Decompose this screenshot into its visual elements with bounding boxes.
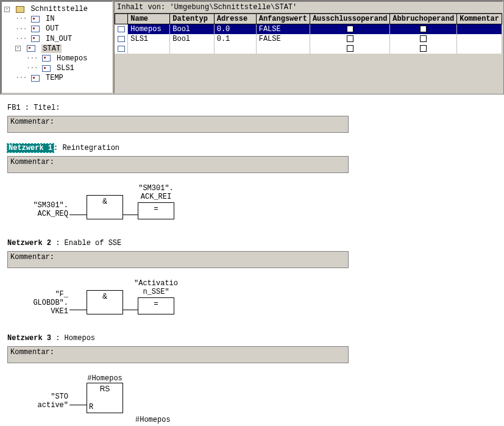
fbd-editor[interactable]: FB1 : Titel: Kommentar: Netzwerk 1: Rein…: [0, 94, 504, 426]
var-icon: [42, 65, 51, 72]
cell-addr[interactable]: 0.1: [214, 34, 256, 44]
abort-checkbox[interactable]: [420, 45, 427, 52]
wire: [69, 310, 87, 310]
network-label[interactable]: Netzwerk 2: [7, 239, 51, 247]
table-row[interactable]: SLS1 Bool 0.1 FALSE: [115, 34, 502, 44]
tree-out-label: OUT: [46, 24, 59, 33]
tree-stat-child[interactable]: ··· Homepos: [26, 54, 110, 63]
col-ausschluss[interactable]: Ausschlussoperand: [310, 14, 389, 24]
exclusion-checkbox[interactable]: [347, 45, 353, 52]
tree-homepos-label: Homepos: [57, 54, 87, 63]
tree-in-label: IN: [46, 15, 54, 23]
var-icon: [42, 55, 51, 62]
cell-comment[interactable]: [457, 24, 502, 35]
tree-out[interactable]: ··· OUT: [15, 24, 110, 34]
row-icon: [118, 46, 125, 52]
network-title: : Enable of SSE: [51, 239, 121, 247]
cell-addr[interactable]: 0.0: [214, 24, 256, 35]
wire: [69, 405, 87, 405]
tree-connector: ···: [26, 54, 38, 63]
network-header: Netzwerk 1: Reintegration: [7, 144, 497, 152]
var-icon: [31, 16, 40, 23]
col-kommentar[interactable]: Kommentar: [457, 14, 502, 24]
network-header: Netzwerk 3 : Homepos: [7, 334, 497, 343]
col-adresse[interactable]: Adresse: [214, 14, 256, 24]
fb-comment-box[interactable]: Kommentar:: [7, 116, 349, 133]
folder-icon: [16, 6, 24, 13]
col-abbruch[interactable]: Abbruchoperand: [390, 14, 457, 24]
collapse-icon[interactable]: -: [4, 7, 10, 12]
network-header: Netzwerk 2 : Enable of SSE: [7, 239, 497, 247]
exclusion-checkbox[interactable]: [347, 26, 353, 32]
var-icon: [27, 45, 35, 52]
cell-type[interactable]: Bool: [170, 34, 214, 44]
table-title: Inhalt von: 'Umgebung\Schnittstelle\STAT…: [115, 2, 502, 13]
kommentar-label: Kommentar:: [10, 158, 54, 166]
col-datentyp[interactable]: Datentyp: [170, 14, 214, 24]
cell-init[interactable]: FALSE: [256, 34, 310, 44]
network-3-diagram[interactable]: #Homepos "STO active" RS R #Homepos: [20, 374, 497, 423]
wire: [123, 215, 138, 215]
tree-stat-label: STAT: [41, 44, 62, 53]
output-signal: "SM301". ACK_REI: [134, 184, 178, 201]
wire: [123, 310, 138, 310]
collapse-icon[interactable]: -: [15, 46, 21, 51]
network-label[interactable]: Netzwerk 3: [7, 334, 51, 343]
col-icon[interactable]: [115, 14, 128, 24]
cell-comment[interactable]: [457, 34, 502, 44]
and-block[interactable]: &: [87, 195, 123, 219]
rs-block[interactable]: RS R: [87, 383, 123, 413]
tree-connector: ···: [15, 24, 27, 34]
port-r: R: [89, 403, 93, 411]
network-1-diagram[interactable]: "SM301". ACK_REQ & "SM301". ACK_REI =: [20, 184, 497, 227]
cell-init[interactable]: FALSE: [256, 24, 310, 35]
exclusion-checkbox[interactable]: [347, 35, 353, 42]
row-icon: [118, 26, 125, 32]
tree-temp[interactable]: ··· TEMP: [15, 73, 110, 83]
tree-stat[interactable]: - STAT: [15, 44, 110, 54]
col-anfangswert[interactable]: Anfangswert: [256, 14, 310, 24]
col-name[interactable]: Name: [128, 14, 170, 24]
kommentar-label: Kommentar:: [10, 253, 54, 261]
variable-table[interactable]: Name Datentyp Adresse Anfangswert Aussch…: [115, 13, 502, 54]
tree-connector: ···: [15, 73, 27, 83]
bottom-signal: #Homepos: [135, 416, 171, 424]
output-signal: "Activatio n_SSE": [130, 279, 182, 296]
wire: [69, 215, 87, 215]
var-icon: [31, 35, 40, 42]
and-block[interactable]: &: [87, 290, 123, 314]
table-row[interactable]: Homepos Bool 0.0 FALSE: [115, 24, 502, 35]
var-icon: [31, 75, 40, 82]
assign-block[interactable]: =: [138, 297, 174, 314]
table-row-empty[interactable]: [115, 44, 502, 54]
tree-connector: ···: [26, 63, 38, 73]
input-signal: "SM301". ACK_REQ: [20, 201, 68, 218]
input-signal: "F_ GLOBDB". VKE1: [20, 290, 68, 316]
input-signal: "STO active": [20, 392, 68, 410]
cell-type[interactable]: Bool: [170, 24, 214, 35]
tree-connector: ···: [15, 34, 27, 44]
network-comment-box[interactable]: Kommentar:: [7, 346, 349, 363]
network-title: : Reintegration: [54, 144, 119, 152]
assign-block[interactable]: =: [138, 202, 174, 219]
abort-checkbox[interactable]: [420, 26, 427, 32]
tree-connector: ···: [15, 14, 27, 24]
abort-checkbox[interactable]: [420, 35, 427, 42]
kommentar-label: Kommentar:: [10, 118, 54, 126]
top-signal: #Homepos: [82, 374, 128, 383]
network-title: : Homepos: [51, 334, 95, 343]
cell-name[interactable]: Homepos: [128, 24, 170, 35]
network-comment-box[interactable]: Kommentar:: [7, 251, 349, 268]
network-comment-box[interactable]: Kommentar:: [7, 156, 349, 173]
tree-inout[interactable]: ··· IN_OUT: [15, 34, 110, 44]
kommentar-label: Kommentar:: [10, 348, 54, 357]
tree-stat-child[interactable]: ··· SLS1: [26, 63, 110, 73]
tree-sls1-label: SLS1: [57, 64, 74, 73]
interface-tree[interactable]: - Schnittstelle ··· IN ··· OUT ··· IN_OU…: [1, 1, 113, 94]
tree-in[interactable]: ··· IN: [15, 14, 110, 24]
cell-name[interactable]: SLS1: [128, 34, 170, 44]
tree-root[interactable]: - Schnittstelle: [4, 4, 110, 14]
network-label[interactable]: Netzwerk 1: [7, 144, 54, 152]
network-2-diagram[interactable]: "F_ GLOBDB". VKE1 & "Activatio n_SSE" =: [20, 279, 497, 322]
variable-table-panel: Inhalt von: 'Umgebung\Schnittstelle\STAT…: [113, 1, 503, 94]
